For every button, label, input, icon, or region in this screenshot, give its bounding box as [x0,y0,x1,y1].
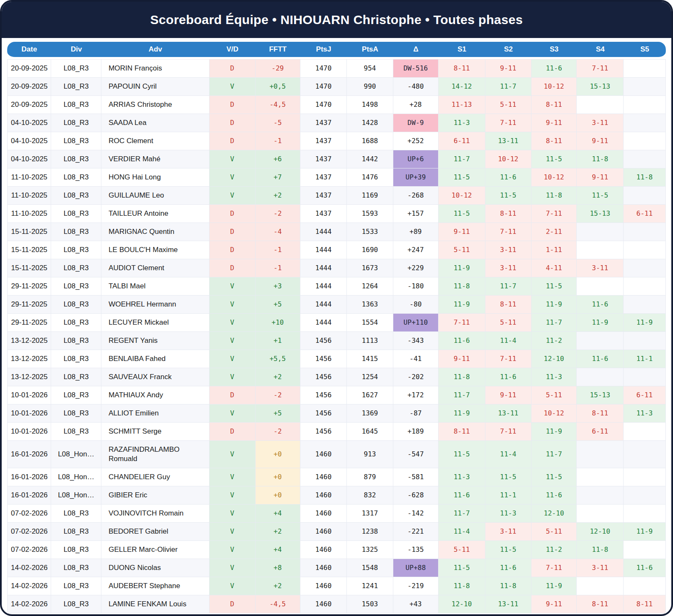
match-row: 10-01-2026L08_R3SCHMITT SergeD-214561645… [7,423,666,441]
set-cell-s2: 11-3 [485,505,531,523]
division-cell: L08_R3 [51,314,101,332]
player-points-cell: 1460 [300,577,347,595]
match-row: 11-10-2025L08_R3HONG Hai LongV+714371476… [7,168,666,187]
set-cell-s5: 11-9 [624,523,666,541]
delta-cell: -180 [393,277,439,296]
set-cell-s3: 7-11 [531,559,577,577]
division-cell: L08_R3 [51,523,101,541]
match-row: 29-11-2025L08_R3TALBI MaelV+314441264-18… [7,277,666,296]
adversary-cell: RAZAFINDRALAMBO Romuald [101,441,210,468]
date-cell: 13-12-2025 [7,350,51,368]
opponent-points-cell: 1415 [347,350,393,368]
match-row: 20-09-2025L08_R3MORIN FrançoisD-29147095… [7,59,666,78]
date-cell: 14-02-2026 [7,577,51,595]
set-cell-s2: 8-11 [485,296,531,314]
result-cell: D [210,423,256,441]
fftt-points-cell: -4,5 [256,595,300,613]
set-cell-s3: 1-11 [531,241,577,259]
adversary-cell: GIBIER Eric [101,486,210,505]
delta-cell: +89 [393,223,439,241]
fftt-points-cell: +0 [256,468,300,486]
delta-cell: -480 [393,78,439,96]
set-cell-s5 [624,423,666,441]
fftt-points-cell: +4 [256,505,300,523]
match-row: 11-10-2025L08_R3TAILLEUR AntoineD-214371… [7,205,666,223]
match-row: 15-11-2025L08_R3AUDIOT ClementD-11444167… [7,259,666,277]
date-cell: 20-09-2025 [7,78,51,96]
set-cell-s4 [577,332,624,350]
player-points-cell: 1470 [300,96,347,114]
player-points-cell: 1444 [300,314,347,332]
fftt-points-cell: -1 [256,241,300,259]
date-cell: 15-11-2025 [7,259,51,277]
set-cell-s3: 11-5 [531,468,577,486]
player-points-cell: 1456 [300,404,347,423]
division-cell: L08_Hon… [51,468,101,486]
set-cell-s5: 11-8 [624,168,666,187]
opponent-points-cell: 1645 [347,423,393,441]
date-cell: 14-02-2026 [7,559,51,577]
adversary-cell: VOJINOVITCH Romain [101,505,210,523]
adversary-cell: LE BOULC'H Maxime [101,241,210,259]
set-cell-s5 [624,441,666,468]
opponent-points-cell: 1428 [347,114,393,132]
set-cell-s1: 9-11 [439,350,485,368]
set-cell-s4 [577,486,624,505]
set-cell-s4: 15-13 [577,78,624,96]
set-cell-s1: 11-5 [439,559,485,577]
set-cell-s1: 11-5 [439,168,485,187]
set-cell-s5 [624,577,666,595]
opponent-points-cell: 1369 [347,404,393,423]
adversary-cell: PAPOUIN Cyril [101,78,210,96]
fftt-points-cell: +7 [256,168,300,187]
set-cell-s5: 11-6 [624,559,666,577]
date-cell: 11-10-2025 [7,168,51,187]
set-cell-s2: 7-11 [485,114,531,132]
set-cell-s3: 11-2 [531,541,577,559]
division-cell: L08_R3 [51,559,101,577]
adversary-cell: SCHMITT Serge [101,423,210,441]
division-cell: L08_R3 [51,595,101,613]
date-cell: 07-02-2026 [7,541,51,559]
delta-cell: +229 [393,259,439,277]
match-row: 04-10-2025L08_R3VERDIER MahéV+614371442U… [7,150,666,168]
set-cell-s1: 5-11 [439,541,485,559]
set-cell-s3: 10-12 [531,78,577,96]
delta-cell: UP+6 [393,150,439,168]
set-cell-s5 [624,505,666,523]
result-cell: D [210,205,256,223]
result-cell: V [210,523,256,541]
delta-cell: +189 [393,423,439,441]
delta-cell: -41 [393,350,439,368]
set-cell-s3: 2-11 [531,223,577,241]
opponent-points-cell: 1264 [347,277,393,296]
match-row: 07-02-2026L08_R3VOJINOVITCH RomainV+4146… [7,505,666,523]
set-cell-s5 [624,486,666,505]
set-cell-s5: 11-1 [624,350,666,368]
column-header-adv: Adv [101,42,210,59]
result-cell: V [210,187,256,205]
division-cell: L08_R3 [51,368,101,386]
opponent-points-cell: 1363 [347,296,393,314]
division-cell: L08_R3 [51,296,101,314]
set-cell-s5 [624,150,666,168]
player-points-cell: 1460 [300,541,347,559]
set-cell-s3: 11-2 [531,332,577,350]
opponent-points-cell: 1442 [347,150,393,168]
set-cell-s1: 11-8 [439,277,485,296]
set-cell-s5 [624,132,666,150]
match-row: 29-11-2025L08_R3WOEHREL HermannV+5144413… [7,296,666,314]
fftt-points-cell: +0 [256,486,300,505]
match-row: 13-12-2025L08_R3REGENT YanisV+114561113-… [7,332,666,350]
set-cell-s4 [577,368,624,386]
set-cell-s2: 9-11 [485,59,531,78]
set-cell-s3: 7-11 [531,205,577,223]
set-cell-s1: 11-6 [439,486,485,505]
division-cell: L08_Hon… [51,486,101,505]
player-points-cell: 1470 [300,78,347,96]
set-cell-s2: 11-6 [485,559,531,577]
fftt-points-cell: -2 [256,386,300,404]
set-cell-s1: 10-12 [439,187,485,205]
set-cell-s1: 14-12 [439,78,485,96]
set-cell-s4: 3-11 [577,559,624,577]
